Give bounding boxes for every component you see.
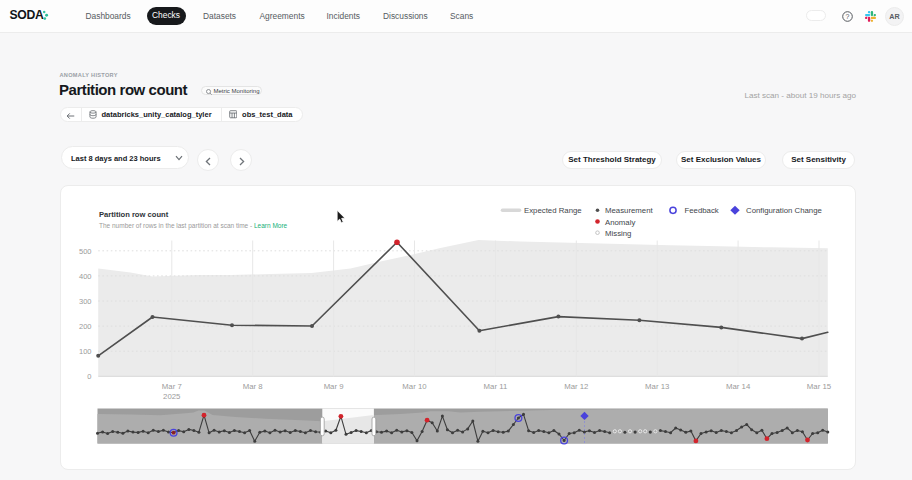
svg-text:Anomaly: Anomaly [605, 217, 635, 226]
svg-text:The number of rows in the last: The number of rows in the last partition… [99, 222, 288, 230]
svg-text:Mar 12: Mar 12 [564, 382, 588, 391]
svg-text:Mar 13: Mar 13 [645, 382, 669, 391]
svg-text:200: 200 [78, 321, 91, 330]
svg-text:300: 300 [78, 296, 91, 305]
svg-text:400: 400 [78, 271, 91, 280]
svg-text:?: ? [846, 13, 850, 20]
svg-text:Mar 10: Mar 10 [402, 382, 427, 391]
svg-text:Mar 7: Mar 7 [161, 382, 181, 391]
svg-text:Partition row count: Partition row count [99, 210, 169, 219]
svg-text:0: 0 [87, 372, 91, 381]
svg-text:Measurement: Measurement [605, 206, 654, 215]
svg-text:Missing: Missing [605, 228, 631, 237]
svg-text:500: 500 [78, 246, 91, 255]
svg-text:100: 100 [78, 347, 91, 356]
svg-text:Mar 14: Mar 14 [725, 382, 750, 391]
svg-text:Mar 8: Mar 8 [242, 382, 262, 391]
svg-text:2025: 2025 [163, 391, 181, 400]
svg-text:Mar 15: Mar 15 [806, 382, 831, 391]
svg-text:Expected Range: Expected Range [524, 206, 582, 215]
svg-text:Mar 11: Mar 11 [483, 382, 507, 391]
svg-text:Configuration Change: Configuration Change [746, 206, 822, 215]
svg-text:Mar 9: Mar 9 [323, 382, 343, 391]
svg-text:Feedback: Feedback [684, 206, 718, 215]
